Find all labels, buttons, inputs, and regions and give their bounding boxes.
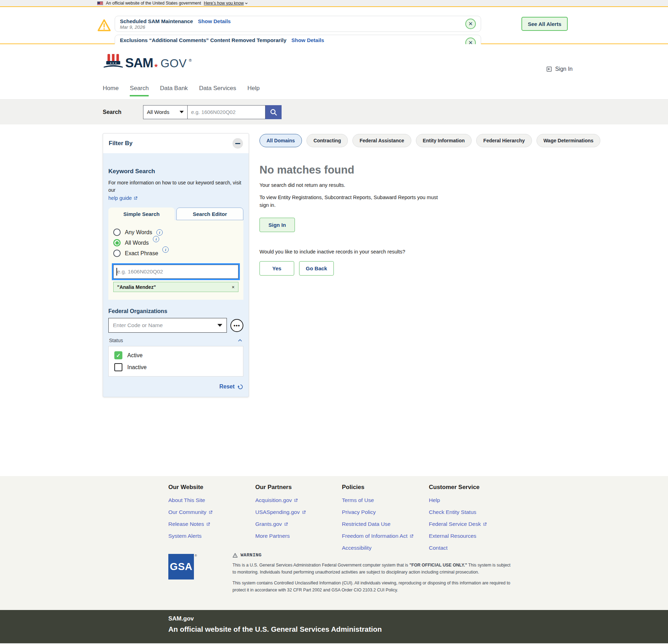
footer-link-acquisition-gov[interactable]: Acquisition.gov — [255, 497, 339, 503]
footer-link-accessibility[interactable]: Accessibility — [342, 545, 426, 551]
footer-link-release-notes[interactable]: Release Notes — [168, 521, 252, 527]
nav-item-search[interactable]: Search — [130, 85, 149, 96]
domain-pill-federal-hierarchy[interactable]: Federal Hierarchy — [476, 134, 532, 147]
alert-close-button[interactable]: ✕ — [465, 19, 476, 29]
uncle-sam-hat-icon: ★ ★ ★ — [103, 53, 123, 69]
filter-by-title: Filter By — [109, 140, 133, 147]
checkbox-active[interactable]: ✓ — [114, 351, 122, 359]
search-band: Search All Words — [0, 100, 668, 124]
warning-icon — [232, 553, 238, 558]
keyword-search-heading: Keyword Search — [108, 168, 243, 175]
info-icon[interactable]: i — [153, 236, 159, 242]
federal-organizations-heading: Federal Organizations — [108, 308, 243, 314]
collapse-filters-button[interactable] — [232, 138, 243, 149]
header-sign-in-link[interactable]: Sign In — [546, 66, 573, 72]
radio-all-words[interactable] — [113, 239, 121, 246]
checkbox-inactive-label: Inactive — [127, 364, 147, 371]
search-submit-button[interactable] — [265, 105, 282, 119]
alert-title: Exclusions “Additional Comments” Content… — [120, 37, 286, 43]
footer-link-external-resources[interactable]: External Resources — [429, 533, 513, 539]
domain-pill-wage-determinations[interactable]: Wage Determinations — [537, 134, 601, 147]
nav-item-home[interactable]: Home — [103, 85, 119, 95]
footer-link-contact[interactable]: Contact — [429, 545, 513, 551]
domain-pill-federal-assistance[interactable]: Federal Assistance — [352, 134, 411, 147]
main-content: Filter By Keyword Search For more inform… — [0, 124, 668, 476]
logo-registered-mark: ® — [189, 58, 192, 62]
more-options-button[interactable]: ••• — [230, 319, 243, 332]
footer-link-system-alerts[interactable]: System Alerts — [168, 533, 252, 539]
keyword-chip: "Analia Mendez" × — [113, 282, 238, 292]
federal-org-select[interactable]: Enter Code or Name — [108, 318, 227, 333]
reset-filters-button[interactable]: Reset — [108, 384, 243, 390]
footer-link-restricted-data-use[interactable]: Restricted Data Use — [342, 521, 426, 527]
footer-column-our-partners: Our Partners Acquisition.gov USASpending… — [255, 484, 339, 539]
show-details-link[interactable]: Show Details — [291, 37, 324, 43]
tab-simple-search[interactable]: Simple Search — [108, 208, 175, 220]
login-icon — [546, 66, 552, 72]
external-link-icon — [302, 510, 306, 515]
radio-any-words[interactable] — [113, 229, 121, 236]
status-options-box: ✓ Active Inactive — [108, 346, 243, 377]
select-caret-icon — [180, 111, 184, 113]
footer-link-our-community[interactable]: Our Community — [168, 509, 252, 515]
sam-gov-logo[interactable]: ★ ★ ★ SAM ★ GOV ® — [103, 53, 192, 69]
gsa-logo-block: GSA ® — [168, 554, 197, 579]
filter-panel-header: Filter By — [103, 134, 249, 153]
help-guide-link[interactable]: help guide — [108, 195, 138, 201]
checkbox-inactive[interactable] — [114, 363, 122, 371]
search-label: Search — [103, 109, 125, 115]
keyword-tabs: Simple Search Search Editor — [108, 208, 243, 220]
dark-footer-tagline: An official website of the U.S. General … — [168, 625, 668, 633]
checkbox-active-label: Active — [127, 352, 143, 359]
radio-exact-phrase[interactable] — [113, 250, 121, 257]
footer-link-federal-service-desk[interactable]: Federal Service Desk — [429, 521, 513, 527]
info-icon[interactable]: i — [156, 229, 163, 236]
external-link-icon — [284, 522, 288, 527]
info-icon[interactable]: i — [162, 246, 169, 253]
tab-search-editor[interactable]: Search Editor — [176, 208, 243, 220]
gsa-registered-mark: ® — [195, 554, 197, 579]
search-mode-select[interactable]: All Words — [143, 105, 188, 119]
footer-link-usaspending-gov[interactable]: USASpending.gov — [255, 509, 339, 515]
nav-item-help[interactable]: Help — [247, 85, 259, 95]
footer-link-foia[interactable]: Freedom of Information Act — [342, 533, 426, 539]
footer-link-check-entity-status[interactable]: Check Entity Status — [429, 509, 513, 515]
show-details-link[interactable]: Show Details — [198, 18, 231, 24]
footer-link-privacy-policy[interactable]: Privacy Policy — [342, 509, 426, 515]
warning-paragraph-1: This is a U.S. General Services Administ… — [232, 562, 515, 576]
warning-title: WARNING — [241, 553, 262, 558]
site-footer: Our Website About This Site Our Communit… — [0, 476, 668, 610]
footer-link-terms-of-use[interactable]: Terms of Use — [342, 497, 426, 503]
chip-remove-button[interactable]: × — [232, 284, 235, 290]
footer-column-policies: Policies Terms of Use Privacy Policy Res… — [342, 484, 426, 551]
footer-column-our-website: Our Website About This Site Our Communit… — [168, 484, 252, 539]
external-link-icon — [293, 498, 298, 503]
sign-in-message: To view Entity Registrations, Subcontrac… — [259, 194, 442, 209]
global-search-input[interactable] — [188, 105, 265, 119]
radio-all-words-label: All Words — [125, 240, 149, 246]
keyword-info-text: For more information on how to use our k… — [108, 179, 243, 194]
footer-link-help[interactable]: Help — [429, 497, 513, 503]
domain-pill-contracting[interactable]: Contracting — [306, 134, 348, 147]
nav-item-data-services[interactable]: Data Services — [199, 85, 236, 95]
sign-in-button[interactable]: Sign In — [259, 218, 295, 232]
footer-link-more-partners[interactable]: More Partners — [255, 533, 339, 539]
alert-date: Mar 9, 2026 — [120, 25, 231, 30]
keyword-search-input[interactable] — [113, 265, 238, 279]
see-all-alerts-button[interactable]: See All Alerts — [521, 17, 568, 31]
domain-filter-row: All Domains Contracting Federal Assistan… — [259, 134, 575, 147]
how-you-know-link[interactable]: Here’s how you know — [204, 1, 248, 6]
footer-column-customer-service: Customer Service Help Check Entity Statu… — [429, 484, 513, 551]
footer-link-grants-gov[interactable]: Grants.gov — [255, 521, 339, 527]
us-flag-icon — [97, 1, 103, 5]
chevron-up-icon[interactable] — [237, 338, 243, 343]
external-link-icon — [208, 510, 213, 515]
domain-pill-all-domains[interactable]: All Domains — [259, 134, 302, 147]
text-cursor — [116, 268, 117, 276]
domain-pill-entity-information[interactable]: Entity Information — [416, 134, 472, 147]
yes-button[interactable]: Yes — [259, 261, 294, 276]
footer-link-about-this-site[interactable]: About This Site — [168, 497, 252, 503]
select-caret-icon — [217, 324, 222, 327]
go-back-button[interactable]: Go Back — [299, 261, 334, 276]
nav-item-data-bank[interactable]: Data Bank — [160, 85, 188, 95]
